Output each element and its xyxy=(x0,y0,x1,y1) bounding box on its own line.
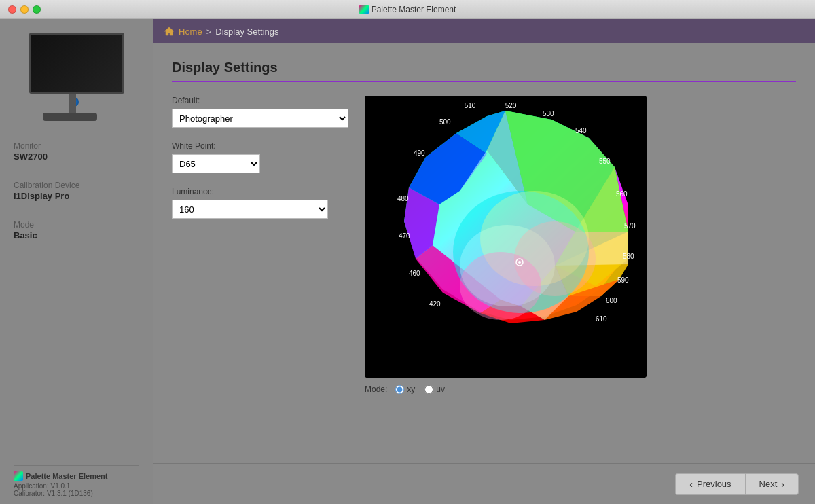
window-title: Palette Master Element xyxy=(359,5,456,14)
calibration-info: Calibration Device i1Display Pro xyxy=(14,181,139,208)
mode-xy-text: xy xyxy=(407,384,415,394)
content-area: Display Settings Default: Photographer s… xyxy=(153,43,815,463)
home-link[interactable]: Home xyxy=(179,26,202,37)
white-point-select[interactable]: D65 D50 Native xyxy=(172,154,260,173)
title-bar: Palette Master Element xyxy=(0,0,815,19)
breadcrumb-bar: Home > Display Settings xyxy=(153,19,815,43)
default-label: Default: xyxy=(172,96,348,105)
footer-bar: ‹ Previous Next › xyxy=(153,463,815,504)
settings-layout: Default: Photographer sRGB AdobeRGB Cust… xyxy=(172,96,796,452)
calibration-label: Calibration Device xyxy=(14,181,139,190)
svg-point-6 xyxy=(460,252,541,320)
footer-app-name: Palette Master Element xyxy=(26,472,107,480)
mode-label: Mode xyxy=(14,220,139,230)
previous-button[interactable]: ‹ Previous xyxy=(675,473,744,495)
luminance-group: Luminance: 160 80 100 120 140 180 200 xyxy=(172,187,348,219)
mode-uv-radio[interactable] xyxy=(424,385,433,394)
mode-uv-label[interactable]: uv xyxy=(424,384,445,394)
mode-label: Mode: xyxy=(365,384,387,394)
mode-selector: Mode: xy uv xyxy=(365,384,796,394)
next-arrow-icon: › xyxy=(781,479,784,490)
monitor-stand xyxy=(69,94,76,114)
title-divider xyxy=(172,81,796,82)
chromaticity-diagram: 520 530 540 550 560 570 580 590 600 610 … xyxy=(365,96,647,378)
mode-xy-radio[interactable] xyxy=(395,385,404,394)
minimize-button[interactable] xyxy=(20,5,29,14)
calibration-device: i1Display Pro xyxy=(14,191,139,201)
footer-calibrator-version: Calibrator: V1.3.1 (1D136) xyxy=(14,490,139,497)
svg-text:540: 540 xyxy=(575,127,587,134)
app-icon xyxy=(359,5,369,14)
default-group: Default: Photographer sRGB AdobeRGB Cust… xyxy=(172,96,348,128)
radio-group: xy uv xyxy=(395,384,445,394)
next-button[interactable]: Next › xyxy=(745,473,799,495)
monitor-image xyxy=(22,33,131,128)
footer-app-version: Application: V1.0.1 xyxy=(14,482,139,490)
main-content: Home > Display Settings Display Settings… xyxy=(153,19,815,504)
mode-value: Basic xyxy=(14,230,139,240)
svg-text:460: 460 xyxy=(409,270,420,277)
svg-text:480: 480 xyxy=(397,195,409,202)
chromaticity-panel: 520 530 540 550 560 570 580 590 600 610 … xyxy=(365,96,796,452)
white-point-label: White Point: xyxy=(172,141,348,151)
mode-xy-label[interactable]: xy xyxy=(395,384,415,394)
svg-text:580: 580 xyxy=(623,253,634,260)
mode-info: Mode Basic xyxy=(14,220,139,247)
sidebar: Monitor SW2700 Calibration Device i1Disp… xyxy=(0,19,153,504)
svg-text:590: 590 xyxy=(617,276,629,284)
sidebar-footer: Palette Master Element Application: V1.0… xyxy=(14,465,139,497)
svg-text:470: 470 xyxy=(399,232,410,240)
svg-text:490: 490 xyxy=(414,149,425,157)
monitor-name: SW2700 xyxy=(14,151,139,162)
home-icon xyxy=(164,26,175,36)
luminance-label: Luminance: xyxy=(172,187,348,196)
default-select[interactable]: Photographer sRGB AdobeRGB Custom xyxy=(172,109,348,128)
page-title: Display Settings xyxy=(172,60,796,75)
breadcrumb-separator: > xyxy=(206,26,212,37)
breadcrumb-current: Display Settings xyxy=(215,26,278,37)
settings-form: Default: Photographer sRGB AdobeRGB Cust… xyxy=(172,96,348,452)
svg-text:510: 510 xyxy=(465,102,476,109)
monitor-label: Monitor xyxy=(14,141,139,151)
svg-text:600: 600 xyxy=(606,297,617,304)
prev-arrow-icon: ‹ xyxy=(689,479,693,490)
white-point-group: White Point: D65 D50 Native xyxy=(172,141,348,173)
svg-text:570: 570 xyxy=(624,222,636,230)
svg-text:560: 560 xyxy=(616,190,628,198)
close-button[interactable] xyxy=(8,5,16,14)
svg-text:500: 500 xyxy=(439,118,451,126)
monitor-info: Monitor SW2700 xyxy=(14,141,139,168)
svg-text:520: 520 xyxy=(505,102,517,109)
monitor-screen xyxy=(29,33,124,94)
svg-text:530: 530 xyxy=(543,110,554,118)
svg-text:610: 610 xyxy=(596,315,607,323)
window-controls xyxy=(8,5,41,14)
mode-uv-text: uv xyxy=(436,384,445,394)
footer-app-icon xyxy=(14,471,23,481)
svg-text:550: 550 xyxy=(599,158,611,165)
luminance-select[interactable]: 160 80 100 120 140 180 200 xyxy=(172,200,328,219)
monitor-base xyxy=(43,113,97,121)
maximize-button[interactable] xyxy=(33,5,41,14)
svg-text:420: 420 xyxy=(429,300,441,308)
svg-point-8 xyxy=(518,261,521,264)
